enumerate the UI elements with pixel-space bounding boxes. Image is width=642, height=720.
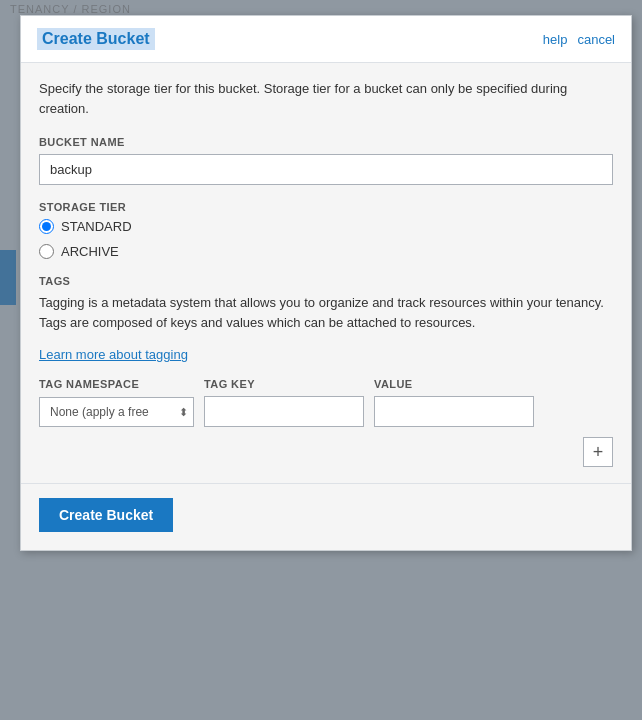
tag-key-input[interactable]: [204, 396, 364, 427]
modal-overlay: Create Bucket help cancel Specify the st…: [0, 0, 642, 720]
storage-tier-section: STORAGE TIER STANDARD ARCHIVE: [39, 201, 613, 259]
modal-footer: Create Bucket: [21, 484, 631, 550]
tags-input-row: None (apply a free ⬍: [39, 396, 613, 427]
bucket-name-section: BUCKET NAME: [39, 136, 613, 185]
modal-header-links: help cancel: [543, 32, 615, 47]
tag-value-input[interactable]: [374, 396, 534, 427]
modal-body: Specify the storage tier for this bucket…: [21, 63, 631, 483]
radio-standard-label: STANDARD: [61, 219, 132, 234]
radio-standard[interactable]: STANDARD: [39, 219, 613, 234]
radio-standard-input[interactable]: [39, 219, 54, 234]
radio-archive-label: ARCHIVE: [61, 244, 119, 259]
bucket-name-input[interactable]: [39, 154, 613, 185]
modal-header: Create Bucket help cancel: [21, 16, 631, 63]
create-bucket-button[interactable]: Create Bucket: [39, 498, 173, 532]
cancel-link[interactable]: cancel: [577, 32, 615, 47]
add-tag-row: +: [39, 437, 613, 467]
create-bucket-modal: Create Bucket help cancel Specify the st…: [20, 15, 632, 551]
bucket-name-label: BUCKET NAME: [39, 136, 613, 148]
storage-tier-options: STANDARD ARCHIVE: [39, 219, 613, 259]
tags-section: TAGS Tagging is a metadata system that a…: [39, 275, 613, 467]
tags-column-headers: TAG NAMESPACE TAG KEY VALUE: [39, 378, 613, 390]
tag-namespace-wrapper: None (apply a free ⬍: [39, 397, 194, 427]
tags-description: Tagging is a metadata system that allows…: [39, 293, 613, 333]
tag-value-col-header: VALUE: [374, 378, 534, 390]
add-tag-button[interactable]: +: [583, 437, 613, 467]
modal-title: Create Bucket: [37, 28, 155, 50]
storage-tier-label: STORAGE TIER: [39, 201, 613, 213]
learn-more-tagging-link[interactable]: Learn more about tagging: [39, 347, 188, 362]
tags-fields: TAG NAMESPACE TAG KEY VALUE None (apply …: [39, 378, 613, 467]
tag-key-col-header: TAG KEY: [204, 378, 364, 390]
radio-archive-input[interactable]: [39, 244, 54, 259]
tag-namespace-col-header: TAG NAMESPACE: [39, 378, 194, 390]
tag-namespace-select[interactable]: None (apply a free: [39, 397, 194, 427]
modal-description: Specify the storage tier for this bucket…: [39, 79, 613, 118]
help-link[interactable]: help: [543, 32, 568, 47]
radio-archive[interactable]: ARCHIVE: [39, 244, 613, 259]
tags-label: TAGS: [39, 275, 613, 287]
